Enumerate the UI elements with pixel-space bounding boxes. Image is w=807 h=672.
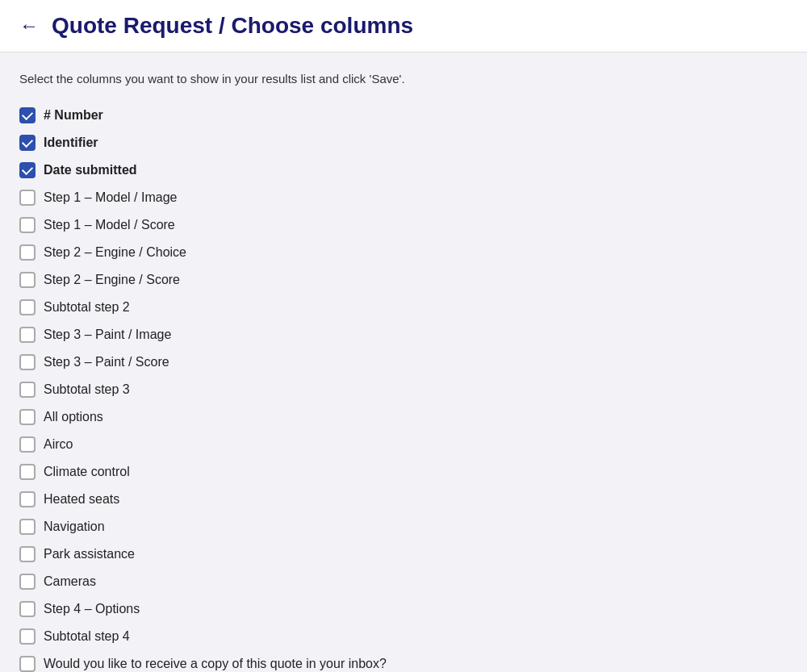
checkbox-subtotal_step4[interactable] (19, 628, 36, 645)
list-item[interactable]: Step 2 – Engine / Score (19, 266, 788, 294)
main-content: Select the columns you want to show in y… (0, 52, 807, 672)
checkbox-label-subtotal_step2: Subtotal step 2 (44, 300, 130, 315)
list-item[interactable]: Cameras (19, 568, 788, 595)
list-item[interactable]: Date submitted (19, 157, 788, 184)
checkbox-copy_inbox[interactable] (19, 656, 36, 672)
checkbox-label-park_assistance: Park assistance (44, 547, 135, 561)
checkbox-label-climate_control: Climate control (44, 465, 130, 479)
checkbox-label-step1_model_image: Step 1 – Model / Image (44, 190, 177, 205)
checkbox-heated_seats[interactable] (19, 491, 36, 507)
checkbox-label-number: # Number (44, 108, 103, 123)
list-item[interactable]: Identifier (19, 129, 788, 157)
back-button[interactable]: ← (19, 16, 39, 35)
checkbox-label-subtotal_step4: Subtotal step 4 (44, 629, 130, 644)
checkbox-all_options[interactable] (19, 409, 36, 425)
checkbox-identifier[interactable] (19, 135, 36, 151)
checkbox-step2_engine_choice[interactable] (19, 244, 36, 261)
list-item[interactable]: Subtotal step 2 (19, 294, 788, 321)
page-title: Quote Request / Choose columns (52, 13, 413, 39)
checkbox-airco[interactable] (19, 436, 36, 453)
checkbox-label-airco: Airco (44, 437, 73, 452)
list-item[interactable]: Navigation (19, 513, 788, 541)
checkbox-park_assistance[interactable] (19, 546, 36, 562)
checkbox-label-step1_model_score: Step 1 – Model / Score (44, 218, 175, 232)
checkbox-label-copy_inbox: Would you like to receive a copy of this… (44, 657, 387, 671)
checkbox-label-step2_engine_choice: Step 2 – Engine / Choice (44, 245, 186, 260)
list-item[interactable]: Step 2 – Engine / Choice (19, 239, 788, 266)
checkbox-date_submitted[interactable] (19, 162, 36, 178)
checkbox-step3_paint_score[interactable] (19, 354, 36, 370)
list-item[interactable]: All options (19, 403, 788, 431)
checkbox-subtotal_step3[interactable] (19, 382, 36, 398)
list-item[interactable]: Airco (19, 431, 788, 458)
checkbox-label-identifier: Identifier (44, 136, 98, 150)
checkbox-label-heated_seats: Heated seats (44, 492, 119, 507)
checkbox-list: # NumberIdentifierDate submittedStep 1 –… (19, 102, 788, 672)
list-item[interactable]: Would you like to receive a copy of this… (19, 650, 788, 672)
list-item[interactable]: # Number (19, 102, 788, 129)
checkbox-navigation[interactable] (19, 519, 36, 535)
checkbox-label-step3_paint_image: Step 3 – Paint / Image (44, 328, 171, 342)
list-item[interactable]: Step 4 – Options (19, 595, 788, 623)
checkbox-label-cameras: Cameras (44, 574, 96, 589)
checkbox-label-subtotal_step3: Subtotal step 3 (44, 382, 130, 397)
list-item[interactable]: Park assistance (19, 541, 788, 568)
list-item[interactable]: Climate control (19, 458, 788, 486)
header: ← Quote Request / Choose columns (0, 0, 807, 52)
list-item[interactable]: Subtotal step 3 (19, 376, 788, 403)
checkbox-label-navigation: Navigation (44, 520, 105, 534)
checkbox-cameras[interactable] (19, 574, 36, 590)
list-item[interactable]: Step 1 – Model / Image (19, 184, 788, 211)
checkbox-label-all_options: All options (44, 410, 103, 424)
checkbox-step4_options[interactable] (19, 601, 36, 617)
checkbox-step3_paint_image[interactable] (19, 327, 36, 343)
checkbox-subtotal_step2[interactable] (19, 299, 36, 315)
checkbox-label-step4_options: Step 4 – Options (44, 602, 140, 616)
list-item[interactable]: Heated seats (19, 486, 788, 513)
list-item[interactable]: Step 3 – Paint / Image (19, 321, 788, 349)
checkbox-climate_control[interactable] (19, 464, 36, 480)
list-item[interactable]: Step 3 – Paint / Score (19, 349, 788, 376)
checkbox-step2_engine_score[interactable] (19, 272, 36, 288)
list-item[interactable]: Subtotal step 4 (19, 623, 788, 650)
checkbox-label-step2_engine_score: Step 2 – Engine / Score (44, 273, 180, 287)
checkbox-number[interactable] (19, 107, 36, 123)
checkbox-label-step3_paint_score: Step 3 – Paint / Score (44, 355, 169, 369)
checkbox-label-date_submitted: Date submitted (44, 163, 137, 177)
checkbox-step1_model_score[interactable] (19, 217, 36, 233)
list-item[interactable]: Step 1 – Model / Score (19, 211, 788, 239)
description-text: Select the columns you want to show in y… (19, 72, 788, 86)
checkbox-step1_model_image[interactable] (19, 190, 36, 206)
